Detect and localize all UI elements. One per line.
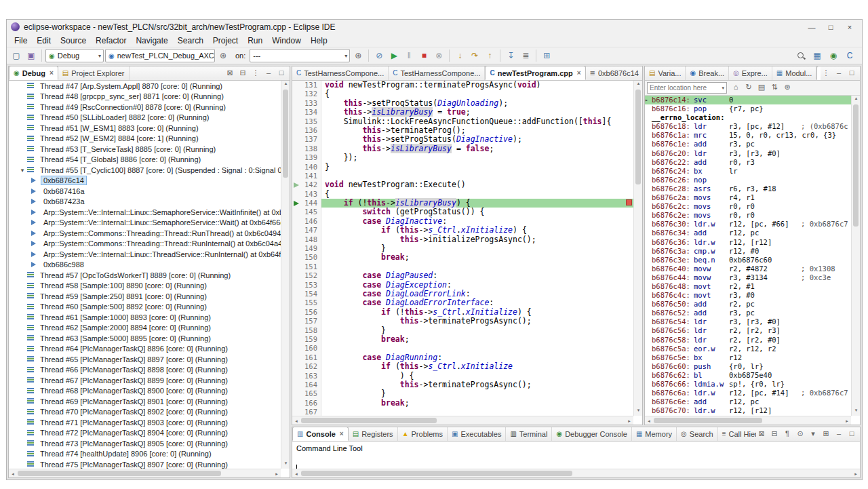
thread-row[interactable]: Thread #68 [PlcManagerTaskQ] 8900 [core:… [9, 386, 281, 397]
new-wizard-icon[interactable]: ▢ [9, 49, 23, 62]
debug-perspective-icon[interactable]: ◉ [827, 49, 840, 62]
launch-settings-icon[interactable]: ⊛ [216, 49, 230, 62]
close-tab-icon[interactable]: × [340, 430, 344, 437]
code-line[interactable]: 167 [292, 408, 633, 416]
console-view-tab-registers[interactable]: ▤Registers [349, 427, 398, 441]
scrollbar-thumb[interactable] [283, 90, 288, 178]
disasm-row[interactable]: b6876c6e:addr12, pc [645, 397, 851, 406]
console-view-tab-memory[interactable]: ▦Memory [632, 427, 677, 441]
thread-row[interactable]: Thread #61 [Sample:1000] 8893 [core: 0] … [9, 312, 281, 323]
cpp-perspective-icon[interactable]: C [843, 49, 856, 62]
code-line[interactable]: 154 case DiagLoadErrorLink: [292, 290, 633, 298]
code-line[interactable]: 148 this->initializeProgsAsync(); [292, 235, 633, 244]
thread-row[interactable]: Thread #72 [PlcManagerTaskQ] 8904 [core:… [9, 428, 281, 439]
sync-context-icon[interactable]: ⇅ [769, 81, 780, 92]
disasm-row[interactable]: b6876c34:addr12, pc [645, 229, 851, 237]
thread-row[interactable]: Thread #58 [Sample:100] 8890 [core: 0] (… [9, 281, 281, 292]
disasm-row[interactable]: b6876c54:ldrr3, [r3, #0] [645, 317, 851, 326]
scroll-left-icon[interactable]: ◂ [292, 469, 300, 478]
disasm-row[interactable]: b6876c44:movwr3, #3134; 0xc3e [645, 273, 851, 282]
connection-settings-icon[interactable]: ⊛ [351, 49, 365, 62]
scroll-up-icon[interactable]: ▴ [281, 81, 290, 89]
minimize-view-icon[interactable]: – [263, 67, 274, 78]
console-output[interactable]: Command Line Tool [292, 442, 860, 469]
word-wrap-icon[interactable]: ¶ [782, 428, 793, 439]
menu-run[interactable]: Run [243, 35, 267, 47]
disasm-row[interactable]: b6876c56:ldrr2, [r2, r3] [645, 326, 851, 335]
disasm-row[interactable]: b6876c62:bl0xb6875e40 [645, 371, 851, 380]
code-line[interactable]: 150 break; [292, 253, 633, 262]
console-view-tab-terminal[interactable]: ▥Terminal [506, 427, 552, 441]
clear-console-icon[interactable]: ⊠ [756, 428, 767, 439]
thread-row[interactable]: Thread #50 [SLLibLoader] 8882 [core: 0] … [9, 113, 281, 123]
view-menu-icon[interactable]: ⋮ [821, 67, 831, 78]
open-perspective-icon[interactable]: ▦ [810, 49, 824, 62]
scroll-down-icon[interactable]: ▾ [852, 408, 861, 416]
thread-row[interactable]: Thread #63 [Sample:5000] 8895 [core: 0] … [9, 333, 281, 344]
disasm-row[interactable]: b6876c24:bxlr [645, 167, 851, 176]
stack-frame-row[interactable]: 0xb687416a [9, 186, 281, 197]
code-line[interactable]: 135 Simulink::LockFreeAsyncFunctionQueue… [292, 117, 633, 126]
code-line[interactable]: 162 if (this->s_Ctrl.xInitialize [292, 362, 633, 371]
thread-row[interactable]: Thread #47 [Arp.System.Appl] 8870 [core:… [9, 81, 281, 92]
collapse-all-icon[interactable]: ⊟ [237, 67, 248, 78]
code-line[interactable]: 132{ [292, 90, 633, 98]
thread-row[interactable]: Thread #60 [Sample:500] 8892 [core: 0] (… [9, 302, 281, 313]
drop-to-frame-icon[interactable]: ↧ [504, 49, 517, 62]
location-combo[interactable]: Enter location here ▾ [647, 82, 727, 94]
maximize-view-icon[interactable]: □ [846, 67, 857, 78]
scroll-up-icon[interactable]: ▴ [852, 96, 861, 104]
scroll-lock-icon[interactable]: ⊟ [769, 428, 780, 439]
disasm-row[interactable]: b6876c1a:mrc15, 0, r0, cr13, cr0, {3} [645, 131, 851, 140]
disasm-row[interactable]: b6876c58:ldrr2, [r2, #0] [645, 336, 851, 345]
scrollbar-thumb[interactable] [301, 418, 437, 423]
step-into-icon[interactable]: ↓ [453, 49, 467, 62]
disasm-row[interactable]: b6876c40:movwr2, #4872; 0x1308 [645, 265, 851, 273]
menu-window[interactable]: Window [267, 35, 306, 47]
connection-combo[interactable]: ---▾ [250, 49, 350, 62]
show-opcodes-icon[interactable]: ▤ [756, 81, 767, 92]
menu-file[interactable]: File [9, 35, 32, 47]
stack-frame-row[interactable]: 0xb686c988 [9, 260, 281, 271]
code-line[interactable]: 163 ) { [292, 372, 633, 380]
code-line[interactable]: 139 }); [292, 153, 633, 162]
console-view-tab-debugger-console[interactable]: ◉Debugger Console [552, 427, 631, 441]
disasm-row[interactable]: b6876c5e:bxr12 [645, 353, 851, 362]
thread-row[interactable]: Thread #69 [PlcManagerTaskQ] 8901 [core:… [9, 396, 281, 407]
code-line[interactable]: 131void newTestProgram::terminateProgsAs… [292, 81, 633, 90]
scroll-up-icon[interactable]: ▴ [634, 81, 643, 89]
right-view-tab-break[interactable]: ◉Break... [686, 66, 729, 80]
code-line[interactable]: 134 this->isLibraryBusy = true; [292, 108, 633, 117]
scroll-right-icon[interactable]: ▸ [625, 416, 633, 425]
disasm-lines[interactable]: ▸b6876c14:svc0b6876c16:pop{r7, pc}__errn… [645, 96, 851, 416]
disasm-row[interactable]: b6876c36:ldr.wr12, [r12] [645, 238, 851, 247]
stack-frame-row[interactable]: Arp::System::Ve::Internal::Linux::Semaph… [9, 218, 281, 229]
overview-ruler-mark[interactable] [626, 199, 632, 206]
scroll-right-icon[interactable]: ▸ [273, 469, 281, 478]
stack-frame-row[interactable]: Arp::System::Ve::Internal::Linux::Semaph… [9, 207, 281, 218]
minimize-view-icon[interactable]: – [833, 428, 844, 439]
open-console-icon[interactable]: ⊞ [821, 428, 831, 439]
code-line[interactable]: 144 if (!this->isLibraryBusy) { [292, 199, 633, 208]
pin-console-icon[interactable]: ⊙ [795, 428, 806, 439]
maximize-view-icon[interactable]: □ [846, 428, 857, 439]
console-view-tab-search[interactable]: ◎Search [677, 427, 718, 441]
disasm-vertical-scrollbar[interactable]: ▴ ▾ [851, 96, 860, 416]
menu-navigate[interactable]: Navigate [131, 35, 172, 47]
scrollbar-thumb[interactable] [635, 90, 641, 184]
thread-row[interactable]: Thread #53 [T_ServiceTask] 8885 [core: 0… [9, 144, 281, 155]
disasm-row[interactable]: b6876c26:nop [645, 176, 851, 184]
disasm-row[interactable]: b6876c2e:movsr0, r0 [645, 211, 851, 220]
editor-tab-0xb6876c14[interactable]: ≣0xb6876c14 [586, 66, 642, 80]
settings-icon[interactable]: ⊛ [782, 81, 793, 92]
display-selected-console-icon[interactable]: ▾ [808, 428, 818, 439]
stack-frame-row[interactable]: Arp::System::Ve::Internal::Linux::Thread… [9, 249, 281, 260]
thread-row[interactable]: Thread #54 [T_Globals] 8886 [core: 0] (R… [9, 155, 281, 165]
stack-frame-row[interactable]: Arp::System::Commons::Threading::Thread:… [9, 239, 281, 250]
console-view-tab-problems[interactable]: ▲Problems [398, 427, 448, 441]
thread-row[interactable]: Thread #73 [PlcManagerTaskQ] 8905 [core:… [9, 438, 281, 449]
disasm-horizontal-scrollbar[interactable]: ◂ ▸ [645, 416, 851, 425]
menu-source[interactable]: Source [56, 35, 91, 47]
console-view-tab-executables[interactable]: ▣Executables [448, 427, 506, 441]
code-line[interactable]: 158 } [292, 326, 633, 335]
